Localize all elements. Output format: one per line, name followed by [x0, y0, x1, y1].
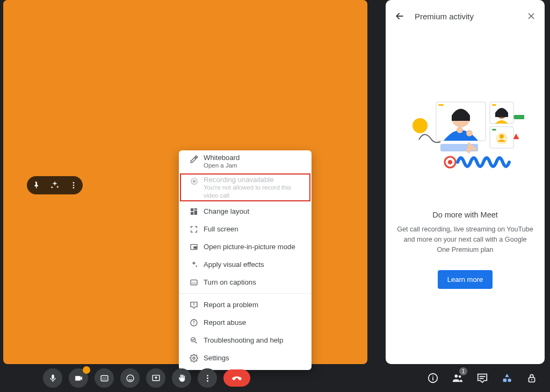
menu-label: Report abuse	[204, 318, 246, 326]
bottom-bar-right: 1	[426, 372, 538, 384]
svg-text:CC: CC	[192, 281, 197, 284]
activities-button[interactable]	[501, 372, 513, 384]
bottom-bar-left: CC	[43, 368, 250, 388]
hang-up-button[interactable]	[223, 369, 250, 387]
svg-rect-44	[503, 379, 506, 382]
svg-point-9	[193, 305, 194, 306]
panel-body: Get call recording, live streaming on Yo…	[394, 224, 536, 255]
menu-label: Change layout	[204, 207, 249, 215]
tile-overlay-pill	[27, 176, 83, 194]
menu-sublabel: You're not allowed to record this video …	[204, 184, 301, 199]
troubleshoot-icon	[190, 336, 204, 345]
menu-item-whiteboard[interactable]: Whiteboard Open a Jam	[179, 150, 312, 172]
premium-activity-panel: Premium activity	[386, 0, 545, 364]
pin-icon[interactable]	[27, 176, 45, 194]
bottom-control-bar: CC 1	[0, 364, 550, 392]
menu-item-report-problem[interactable]: Report a problem	[179, 296, 312, 314]
raise-hand-button[interactable]	[172, 368, 191, 388]
menu-item-troubleshoot[interactable]: Troubleshooting and help	[179, 331, 312, 349]
panel-header: Premium activity	[394, 9, 536, 24]
sparkle-icon	[190, 260, 204, 269]
host-controls-button[interactable]	[525, 372, 538, 384]
panel-heading: Do more with Meet	[394, 210, 536, 219]
svg-point-42	[454, 374, 458, 378]
svg-point-27	[500, 134, 504, 139]
svg-point-41	[432, 375, 433, 376]
menu-item-recording: Recording unavailable You're not allowed…	[179, 172, 312, 202]
warning-badge-icon	[83, 366, 90, 374]
menu-label: Settings	[204, 354, 229, 362]
menu-label: Report a problem	[204, 301, 258, 309]
menu-divider	[179, 293, 312, 294]
close-icon[interactable]	[526, 11, 536, 21]
svg-point-30	[448, 160, 452, 164]
svg-point-38	[207, 378, 208, 379]
meet-app: Whiteboard Open a Jam Recording unavaila…	[0, 0, 550, 392]
menu-item-captions[interactable]: CC Turn on captions	[179, 273, 312, 291]
more-options-button[interactable]	[198, 368, 217, 388]
menu-label: Troubleshooting and help	[204, 336, 283, 344]
svg-rect-6	[194, 246, 197, 248]
captions-icon: CC	[190, 278, 204, 287]
svg-rect-25	[492, 129, 496, 130]
gear-icon	[190, 354, 204, 362]
report-abuse-icon	[190, 318, 204, 327]
chat-button[interactable]	[476, 372, 489, 384]
learn-more-button[interactable]: Learn more	[438, 270, 493, 289]
menu-label: Apply visual effects	[204, 260, 264, 268]
svg-point-2	[73, 187, 74, 188]
svg-point-0	[73, 182, 74, 184]
svg-point-39	[207, 380, 208, 382]
svg-text:CC: CC	[102, 377, 107, 380]
people-button[interactable]: 1	[451, 372, 464, 384]
svg-point-1	[73, 185, 74, 186]
record-icon	[190, 176, 204, 186]
menu-label: Full screen	[204, 225, 238, 233]
back-arrow-icon[interactable]	[394, 11, 405, 21]
svg-rect-22	[492, 104, 496, 106]
svg-point-35	[131, 377, 131, 378]
menu-sublabel: Open a Jam	[204, 162, 240, 169]
meeting-details-button[interactable]	[426, 372, 439, 384]
reactions-button[interactable]	[120, 368, 140, 388]
svg-point-33	[127, 375, 134, 382]
camera-button[interactable]	[69, 368, 88, 388]
menu-item-visual-effects[interactable]: Apply visual effects	[179, 256, 312, 273]
layout-icon	[190, 207, 204, 216]
menu-item-pip[interactable]: Open picture-in-picture mode	[179, 238, 312, 256]
menu-label: Recording unavailable	[204, 176, 301, 184]
svg-point-47	[531, 379, 532, 380]
pip-icon	[190, 243, 204, 251]
captions-button[interactable]: CC	[95, 368, 114, 388]
svg-point-14	[412, 118, 428, 133]
premium-illustration	[394, 86, 536, 199]
menu-item-fullscreen[interactable]: Full screen	[179, 220, 312, 238]
svg-point-43	[459, 375, 461, 378]
menu-label: Whiteboard	[204, 154, 240, 162]
svg-rect-15	[513, 115, 524, 119]
present-button[interactable]	[146, 368, 165, 388]
tile-more-icon[interactable]	[64, 176, 83, 194]
pencil-icon	[190, 154, 204, 164]
more-options-menu: Whiteboard Open a Jam Recording unavaila…	[179, 150, 312, 370]
svg-point-13	[193, 357, 195, 359]
svg-point-37	[207, 375, 208, 376]
menu-label: Open picture-in-picture mode	[204, 243, 295, 251]
sparkle-effects-icon[interactable]	[46, 176, 64, 194]
menu-label: Turn on captions	[204, 278, 256, 286]
svg-point-11	[193, 324, 194, 324]
microphone-button[interactable]	[43, 368, 62, 388]
svg-rect-17	[438, 104, 444, 106]
svg-point-45	[508, 379, 511, 382]
fullscreen-icon	[190, 225, 204, 234]
svg-point-20	[466, 130, 473, 136]
feedback-icon	[190, 301, 204, 309]
svg-point-4	[193, 180, 195, 183]
svg-point-34	[128, 377, 129, 378]
svg-point-19	[457, 127, 463, 133]
people-count-badge: 1	[459, 367, 467, 375]
menu-item-report-abuse[interactable]: Report abuse	[179, 314, 312, 331]
menu-item-change-layout[interactable]: Change layout	[179, 202, 312, 220]
panel-title: Premium activity	[415, 12, 526, 21]
